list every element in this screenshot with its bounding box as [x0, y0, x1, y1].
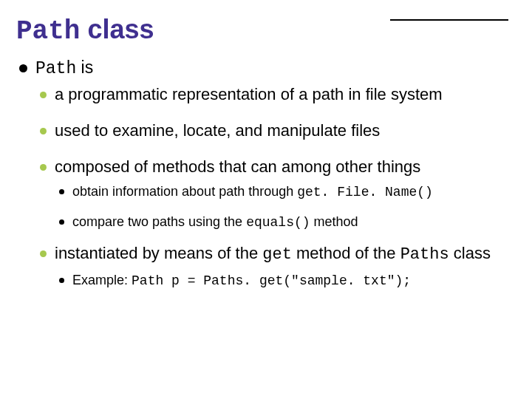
list-item: composed of methods that can among other… — [35, 157, 516, 231]
bullet-level-2: a programmatic representation of a path … — [35, 84, 516, 290]
list-item: a programmatic representation of a path … — [35, 84, 516, 106]
text: Example: — [72, 273, 132, 287]
bullet-level-1: Path is a programmatic representation of… — [16, 57, 516, 290]
bullet-level-3: Example: Path p = Paths. get("sample. tx… — [55, 272, 516, 290]
text: method of the — [292, 244, 400, 262]
list-item: compare two paths using the equals() met… — [55, 214, 516, 231]
text: is — [76, 58, 93, 77]
title-code: Path — [16, 16, 80, 47]
list-item: used to examine, locate, and manipulate … — [35, 120, 516, 142]
text: compare two paths using the — [72, 214, 246, 229]
text: a programmatic representation of a path … — [55, 85, 443, 103]
list-item: obtain information about path through ge… — [55, 183, 516, 201]
title-underline — [390, 19, 508, 21]
text: instantiated by means of the — [55, 244, 262, 262]
list-item: Example: Path p = Paths. get("sample. tx… — [55, 272, 516, 290]
title-rest: class — [80, 14, 154, 44]
code-text: Paths — [400, 245, 449, 264]
code-text: equals() — [246, 215, 310, 230]
list-item: instantiated by means of the get method … — [35, 243, 516, 290]
code-text: get — [262, 245, 292, 264]
text: composed of methods that can among other… — [55, 157, 420, 176]
code-text: Path — [35, 59, 76, 78]
slide: Path class Path is a programmatic repres… — [0, 0, 532, 399]
list-item: Path is a programmatic representation of… — [16, 57, 516, 290]
bullet-level-3: obtain information about path through ge… — [55, 183, 516, 231]
text: class — [449, 244, 491, 262]
text: method — [310, 214, 358, 229]
text: used to examine, locate, and manipulate … — [55, 121, 380, 140]
text: obtain information about path through — [72, 184, 297, 199]
code-text: get. File. Name() — [297, 185, 433, 200]
code-text: Path p = Paths. get("sample. txt"); — [132, 273, 411, 288]
